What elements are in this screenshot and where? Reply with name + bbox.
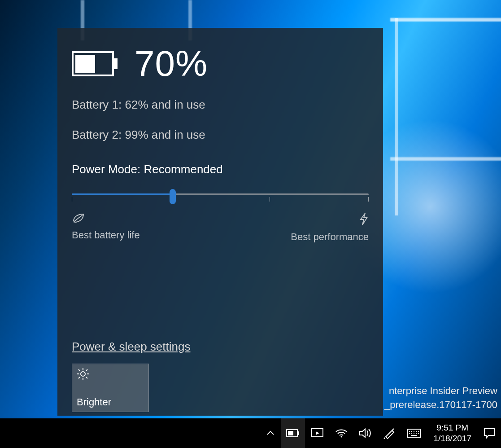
tray-battery-button[interactable] bbox=[281, 418, 305, 448]
watermark-line2: _prerelease.170117-1700 bbox=[384, 398, 497, 412]
system-tray: 9:51 PM 1/18/2017 bbox=[260, 418, 501, 448]
action-center-button[interactable] bbox=[478, 418, 501, 448]
taskbar: 9:51 PM 1/18/2017 bbox=[0, 418, 501, 448]
battery-2-status: Battery 2: 99% and in use bbox=[72, 128, 369, 142]
svg-rect-14 bbox=[288, 431, 293, 435]
battery-icon bbox=[72, 51, 118, 76]
pen-ink-icon bbox=[383, 427, 396, 439]
leaf-icon bbox=[72, 212, 140, 227]
slider-min-endpoint: Best battery life bbox=[72, 212, 140, 243]
power-sleep-settings-link[interactable]: Power & sleep settings bbox=[72, 340, 190, 354]
power-mode-label: Power Mode: Recommended bbox=[72, 163, 369, 176]
svg-rect-2 bbox=[75, 55, 95, 73]
tray-volume-button[interactable] bbox=[353, 418, 378, 448]
taskbar-clock[interactable]: 9:51 PM 1/18/2017 bbox=[427, 422, 478, 444]
slider-max-endpoint: Best performance bbox=[291, 212, 369, 243]
slider-max-label: Best performance bbox=[291, 231, 369, 243]
battery-1-status: Battery 1: 62% and in use bbox=[72, 98, 369, 112]
tray-ink-button[interactable] bbox=[378, 418, 401, 448]
tray-overflow-button[interactable] bbox=[260, 418, 281, 448]
flyout-header: 70% bbox=[72, 43, 369, 84]
clock-time: 9:51 PM bbox=[436, 422, 468, 433]
brightness-tile-label: Brighter bbox=[77, 396, 144, 408]
brightness-tile[interactable]: Brighter bbox=[72, 364, 149, 412]
chevron-up-icon bbox=[266, 428, 275, 438]
battery-flyout: 70% Battery 1: 62% and in use Battery 2:… bbox=[57, 28, 383, 416]
touch-keyboard-icon bbox=[406, 428, 422, 438]
battery-icon bbox=[286, 429, 300, 438]
tray-wifi-button[interactable] bbox=[329, 418, 353, 448]
watermark-line1: nterprise Insider Preview bbox=[384, 384, 497, 398]
slider-thumb[interactable] bbox=[170, 189, 176, 204]
tray-project-button[interactable] bbox=[305, 418, 329, 448]
svg-point-3 bbox=[81, 372, 85, 376]
tray-touch-keyboard-button[interactable] bbox=[401, 418, 427, 448]
svg-marker-18 bbox=[360, 429, 365, 437]
svg-point-17 bbox=[341, 436, 342, 438]
svg-rect-1 bbox=[114, 58, 118, 69]
power-mode-slider[interactable] bbox=[72, 185, 369, 205]
clock-date: 1/18/2017 bbox=[433, 433, 471, 444]
volume-icon bbox=[359, 428, 372, 439]
wifi-icon bbox=[335, 428, 348, 439]
svg-line-10 bbox=[78, 377, 80, 378]
overall-battery-percent: 70% bbox=[135, 43, 208, 84]
desktop-watermark: nterprise Insider Preview _prerelease.17… bbox=[384, 384, 497, 412]
svg-line-11 bbox=[86, 369, 87, 371]
lightning-icon bbox=[359, 212, 369, 228]
action-center-icon bbox=[483, 427, 496, 439]
slider-endpoints: Best battery life Best performance bbox=[72, 212, 369, 243]
slider-min-label: Best battery life bbox=[72, 229, 140, 241]
svg-rect-13 bbox=[298, 431, 299, 435]
svg-marker-16 bbox=[316, 431, 319, 435]
svg-line-19 bbox=[392, 429, 394, 430]
svg-line-9 bbox=[86, 377, 87, 378]
svg-line-8 bbox=[78, 369, 80, 371]
brightness-icon bbox=[77, 368, 144, 383]
project-screen-icon bbox=[310, 428, 324, 439]
